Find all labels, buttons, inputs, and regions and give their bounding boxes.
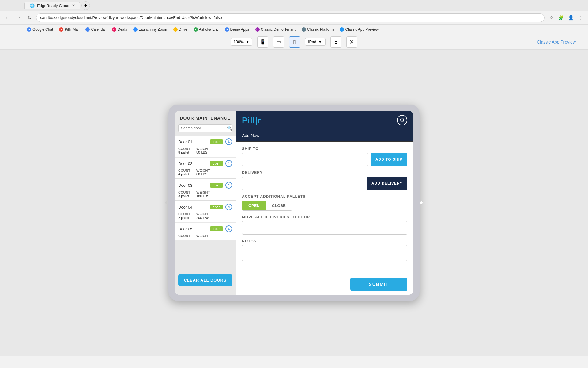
- bookmark-icon: C: [340, 27, 344, 32]
- bookmark-label: Classic Platform: [307, 27, 334, 32]
- tablet-portrait-button[interactable]: ▯: [289, 36, 300, 48]
- monitor-button[interactable]: 🖥: [330, 36, 341, 48]
- count-label: COUNT: [178, 147, 190, 151]
- bookmark-label: Classic Demo Tenant: [261, 27, 296, 32]
- form-body: SHIP TO ADD TO SHIP DELIVERY ADD DE: [236, 142, 413, 274]
- ipad-frame: DOOR MAINTENANCE 🔍 Door 01 open ↻: [168, 105, 420, 301]
- submit-button[interactable]: SUBMIT: [350, 278, 407, 291]
- close-preview-button[interactable]: ✕: [346, 36, 357, 48]
- bookmark-calendar[interactable]: C Calendar: [83, 27, 108, 32]
- weight-value: 180 LBS: [196, 194, 210, 198]
- add-to-ship-button[interactable]: ADD TO SHIP: [371, 153, 407, 166]
- bookmark-label: Calendar: [91, 27, 106, 32]
- notes-label: NOTES: [242, 239, 407, 243]
- zoom-selector[interactable]: 100% ▼: [231, 38, 252, 46]
- delivery-row: ADD DELIVERY: [242, 177, 407, 190]
- bookmark-classic-demo[interactable]: C Classic Demo Tenant: [253, 27, 298, 32]
- nav-icons: ☆ 🧩 👤 ⋮: [547, 13, 585, 22]
- status-badge: open: [210, 161, 223, 166]
- door-header: Door 01 open ↻: [178, 138, 232, 145]
- pillir-header: Pill|r ⚙: [236, 111, 413, 130]
- menu-button[interactable]: ⋮: [576, 13, 585, 22]
- bookmark-label: Drive: [179, 27, 187, 32]
- tab-close-button[interactable]: ✕: [72, 3, 75, 8]
- open-toggle-button[interactable]: OPEN: [242, 201, 266, 210]
- door-name: Door 04: [178, 205, 208, 209]
- bookmark-classic-app[interactable]: C Classic App Preview: [337, 27, 381, 32]
- count-value: 3 pallet: [178, 194, 190, 198]
- bookmark-icon: C: [85, 27, 90, 32]
- door-count: COUNT 3 pallet: [178, 190, 190, 198]
- preview-toolbar: 100% ▼ 📱 ▭ ▯ iPad ▼ 🖥 ✕ Classic App Prev…: [0, 34, 588, 50]
- bookmark-demo-apps[interactable]: D Demo Apps: [222, 27, 252, 32]
- panel-title: DOOR MAINTENANCE: [175, 116, 236, 121]
- door-count: COUNT 8 pallet: [178, 147, 190, 154]
- move-deliveries-input[interactable]: [242, 221, 407, 235]
- pillir-form-panel: Pill|r ⚙ Add New SHIP TO: [236, 111, 413, 295]
- bookmark-icon: A: [194, 27, 198, 32]
- weight-label: WEIGHT: [196, 169, 210, 172]
- address-bar[interactable]: [36, 13, 545, 22]
- settings-button[interactable]: ⚙: [397, 115, 407, 125]
- bookmark-zoom[interactable]: Z Launch my Zoom: [131, 27, 170, 32]
- door-count: COUNT: [178, 234, 190, 238]
- bookmark-ashoka[interactable]: A Ashoka Env: [191, 27, 221, 32]
- zoom-level: 100%: [233, 40, 243, 44]
- bookmark-icon: D: [225, 27, 229, 32]
- refresh-door-button[interactable]: ↻: [225, 204, 232, 210]
- search-button[interactable]: 🔍: [227, 126, 232, 131]
- refresh-button[interactable]: ↻: [25, 13, 34, 22]
- clear-all-doors-button[interactable]: CLEAR ALL DOORS: [178, 274, 232, 286]
- bookmark-button[interactable]: ☆: [547, 13, 556, 22]
- browser-frame: 🌐 EdgeReady Cloud ✕ + ← → ↻ ☆ 🧩 👤 ⋮ G Go…: [0, 0, 588, 368]
- forward-button[interactable]: →: [14, 13, 23, 22]
- ship-to-label: SHIP TO: [242, 147, 407, 151]
- active-tab[interactable]: 🌐 EdgeReady Cloud ✕: [24, 2, 80, 9]
- accept-pallets-label: ACCEPT ADDITIONAL PALLETS: [242, 194, 407, 199]
- count-value: 4 pallet: [178, 172, 190, 176]
- classic-app-preview-link[interactable]: Classic App Preview: [537, 40, 576, 44]
- ipad-selector[interactable]: iPad ▼: [305, 38, 326, 46]
- mobile-device-button[interactable]: 📱: [257, 36, 268, 48]
- profile-button[interactable]: 👤: [567, 13, 575, 22]
- door-weight: WEIGHT 180 LBS: [196, 190, 210, 198]
- refresh-door-button[interactable]: ↻: [225, 225, 232, 232]
- add-new-bar: Add New: [236, 130, 413, 142]
- bookmark-classic-platform[interactable]: C Classic Platform: [299, 27, 336, 32]
- new-tab-button[interactable]: +: [81, 1, 90, 10]
- door-name: Door 05: [178, 227, 208, 231]
- ipad-label: iPad: [308, 40, 316, 44]
- tab-title: EdgeReady Cloud: [37, 3, 70, 8]
- search-input[interactable]: [181, 126, 227, 130]
- extensions-button[interactable]: 🧩: [557, 13, 565, 22]
- refresh-door-button[interactable]: ↻: [225, 160, 232, 167]
- ship-to-input[interactable]: [242, 153, 368, 166]
- bookmark-label: Ashoka Env: [199, 27, 219, 32]
- bookmark-pillir-mail[interactable]: P Pillir Mail: [57, 27, 82, 32]
- logo-text-2: r: [258, 116, 261, 125]
- tablet-landscape-button[interactable]: ▭: [273, 36, 284, 48]
- open-close-toggle: OPEN CLOSE: [242, 201, 292, 211]
- notes-input[interactable]: [242, 245, 407, 261]
- bookmark-drive[interactable]: D Drive: [171, 27, 190, 32]
- door-count: COUNT 4 pallet: [178, 169, 190, 176]
- close-toggle-button[interactable]: CLOSE: [266, 201, 292, 210]
- weight-value: 200 LBS: [196, 216, 210, 220]
- refresh-door-button[interactable]: ↻: [225, 182, 232, 189]
- bookmark-google-chat[interactable]: G Google Chat: [24, 27, 55, 32]
- bookmark-deals[interactable]: D Deals: [110, 27, 130, 32]
- refresh-door-button[interactable]: ↻: [225, 138, 232, 145]
- add-delivery-button[interactable]: ADD DELIVERY: [367, 177, 407, 190]
- nav-bar: ← → ↻ ☆ 🧩 👤 ⋮: [0, 11, 588, 25]
- count-label: COUNT: [178, 169, 190, 172]
- door-maintenance-panel: DOOR MAINTENANCE 🔍 Door 01 open ↻: [175, 111, 236, 295]
- bookmark-icon: C: [302, 27, 306, 32]
- notes-section: NOTES: [242, 239, 407, 262]
- door-item: Door 01 open ↻ COUNT 8 pallet WEIGHT: [175, 136, 236, 157]
- ship-to-row: ADD TO SHIP: [242, 153, 407, 166]
- delivery-input[interactable]: [242, 177, 364, 190]
- back-button[interactable]: ←: [3, 13, 12, 22]
- move-deliveries-section: MOVE ALL DELIVERIES TO DOOR: [242, 215, 407, 235]
- door-weight: WEIGHT 80 LBS: [196, 147, 210, 154]
- count-value: 2 pallet: [178, 216, 190, 220]
